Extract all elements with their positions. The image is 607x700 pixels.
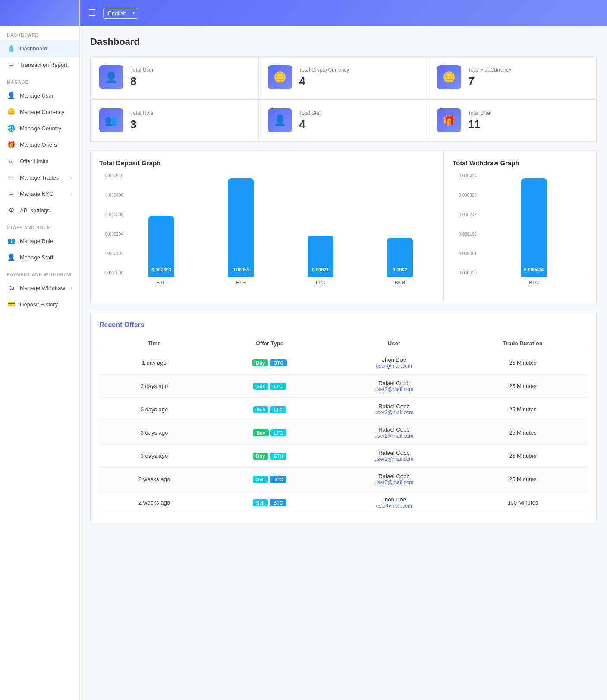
sidebar-item-deposit-history[interactable]: 💳Deposit History <box>0 296 79 312</box>
col-offer-type: Offer Type <box>209 336 330 351</box>
page-content: Dashboard 👤Total User8🪙Total Crypto Curr… <box>80 26 607 700</box>
sidebar-label-offer-limits: Offer Limits <box>20 158 48 164</box>
offer-currency-badge-5: BTC <box>270 476 286 483</box>
offer-type-6: SellBTC <box>209 491 330 514</box>
bar-btc-label: BTC <box>127 280 196 286</box>
wy-label-5: 0.000000 <box>459 271 477 275</box>
offer-username-2: Rafael Cobb <box>337 403 451 410</box>
hamburger-icon[interactable]: ☰ <box>88 8 96 18</box>
total-user-info: Total User8 <box>130 67 154 88</box>
offer-duration-6: 100 Minutes <box>458 491 588 514</box>
offer-type-badge-3: Buy <box>253 429 269 436</box>
sidebar-item-manage-currency[interactable]: 🪙Manage Currency <box>0 104 79 120</box>
offer-type-badge-0: Buy <box>252 359 268 366</box>
offer-user-6: Jhon Doeuser@mail.com <box>330 491 458 514</box>
offer-type-4: BuyETH <box>209 445 330 468</box>
stats-row-1: 👤Total User8🪙Total Crypto Currency4🪙Tota… <box>90 56 597 98</box>
y-label-2: 0.000306 <box>105 212 123 217</box>
sidebar-label-manage-role: Manage Role <box>20 238 53 244</box>
offer-type-badge-5: Sell <box>253 476 268 483</box>
offer-type-3: BuyLTC <box>209 421 330 445</box>
offer-currency-badge-3: LTC <box>270 429 286 436</box>
wy-label-4: 0.000081 <box>459 251 477 256</box>
offer-user-5: Rafael Cobbuser2@mail.com <box>330 468 458 491</box>
total-role-value: 3 <box>130 118 153 131</box>
offer-currency-badge-0: BTC <box>270 359 287 366</box>
sidebar-item-offer-limits[interactable]: ∞Offer Limits <box>0 153 79 169</box>
total-offer-info: Total Offer11 <box>468 110 492 131</box>
offer-currency-badge-2: LTC <box>270 406 286 413</box>
sidebar-item-manage-offers[interactable]: 🎁Manage Offers <box>0 136 79 153</box>
offer-email-1: user2@mail.com <box>337 386 451 392</box>
y-label-3: 0.000204 <box>105 232 123 236</box>
stat-card-total-offer: 🎁Total Offer11 <box>428 99 597 142</box>
total-staff-icon: 👤 <box>268 108 292 132</box>
sidebar-section-label: Staff and Role <box>0 218 79 233</box>
bar-ltc-value: 0.00021 <box>312 267 329 272</box>
offer-user-2: Rafael Cobbuser2@mail.com <box>330 398 458 421</box>
offer-email-2: user2@mail.com <box>337 410 451 416</box>
total-offer-value: 11 <box>468 118 492 131</box>
manage-kyc-chevron-icon: › <box>71 191 72 196</box>
sidebar-item-manage-trades[interactable]: ≡Manage Trades› <box>0 169 79 186</box>
language-select[interactable]: English Spanish French <box>103 8 138 19</box>
total-crypto-icon: 🪙 <box>268 65 292 89</box>
sidebar-label-api-settings: API settings <box>20 207 50 214</box>
wy-label-2: 0.000242 <box>459 212 477 217</box>
deposit-graph-title: Total Deposit Graph <box>99 159 434 167</box>
sidebar-item-manage-role[interactable]: 👥Manage Role <box>0 233 79 249</box>
bar-btc: 0.000303 <box>127 216 196 277</box>
sidebar-item-api-settings[interactable]: ⚙API settings <box>0 202 79 218</box>
offer-time-0: 1 day ago <box>99 351 209 375</box>
main-content: ☰ English Spanish French Dashboard 👤Tota… <box>80 0 607 700</box>
stat-card-total-staff: 👤Total Staff4 <box>259 99 428 142</box>
manage-trades-chevron-icon: › <box>71 175 72 180</box>
offer-username-0: Jhon Doe <box>337 356 451 363</box>
bar-bnb-value: 0.0002 <box>393 267 407 272</box>
y-label-1: 0.000408 <box>105 193 123 198</box>
total-crypto-info: Total Crypto Currency4 <box>299 67 349 88</box>
total-staff-info: Total Staff4 <box>299 110 322 131</box>
sidebar-label-deposit-history: Deposit History <box>20 301 58 308</box>
stat-card-total-user: 👤Total User8 <box>90 56 259 98</box>
sidebar-item-manage-withdraw[interactable]: 🗂Manage Withdraw› <box>0 280 79 296</box>
offer-currency-badge-6: BTC <box>270 499 286 506</box>
total-user-icon: 👤 <box>99 65 123 89</box>
manage-country-icon: 🌐 <box>7 124 16 132</box>
offer-duration-5: 25 Minutes <box>458 468 588 491</box>
sidebar-label-manage-offers: Manage Offers <box>20 142 57 148</box>
manage-withdraw-chevron-icon: › <box>71 285 72 290</box>
offer-duration-3: 25 Minutes <box>458 421 588 445</box>
offer-type-badge-1: Sell <box>253 383 269 390</box>
sidebar: Dashboard💧Dashboard≡Transaction ReportMa… <box>0 0 80 700</box>
transaction-report-icon: ≡ <box>7 60 16 69</box>
language-selector-wrapper: English Spanish French <box>103 8 138 19</box>
sidebar-item-manage-staff[interactable]: 👤Manage Staff <box>0 249 79 265</box>
offer-duration-0: 25 Minutes <box>458 351 588 375</box>
sidebar-section-label: Dashboard <box>0 26 79 40</box>
total-user-value: 8 <box>130 75 154 88</box>
stat-card-total-role: 👥Total Role3 <box>90 99 259 142</box>
col-user: User <box>330 336 458 351</box>
total-staff-label: Total Staff <box>299 110 322 116</box>
sidebar-item-manage-user[interactable]: 👤Manage User <box>0 87 79 104</box>
withdraw-chart-area: 0.000404 0.000323 0.000242 0.000162 0.00… <box>453 173 588 294</box>
page-title: Dashboard <box>90 36 597 47</box>
offer-duration-4: 25 Minutes <box>458 445 588 468</box>
offer-email-5: user2@mail.com <box>337 479 451 486</box>
sidebar-label-manage-user: Manage User <box>20 92 53 99</box>
total-crypto-label: Total Crypto Currency <box>299 67 349 73</box>
manage-user-icon: 👤 <box>7 91 16 100</box>
offer-duration-2: 25 Minutes <box>458 398 588 421</box>
sidebar-item-manage-country[interactable]: 🌐Manage Country <box>0 120 79 136</box>
sidebar-item-manage-kyc[interactable]: ≡Manage KYC› <box>0 186 79 202</box>
manage-kyc-icon: ≡ <box>7 189 16 198</box>
offer-username-1: Rafael Cobb <box>337 380 451 386</box>
col-duration: Trade Duration <box>458 336 588 351</box>
offer-username-4: Rafael Cobb <box>337 450 451 456</box>
sidebar-banner <box>0 0 79 26</box>
sidebar-label-dashboard: Dashboard <box>20 45 47 52</box>
sidebar-item-transaction-report[interactable]: ≡Transaction Report <box>0 57 79 73</box>
total-user-label: Total User <box>130 67 154 73</box>
sidebar-item-dashboard[interactable]: 💧Dashboard <box>0 40 79 57</box>
